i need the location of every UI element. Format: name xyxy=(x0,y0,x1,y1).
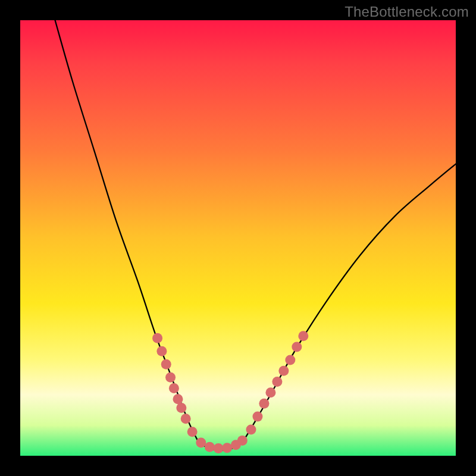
marker-dot xyxy=(237,436,248,446)
curve-right-curve xyxy=(242,164,456,443)
curve-lines xyxy=(55,20,456,450)
marker-dot xyxy=(156,346,167,356)
marker-dot xyxy=(272,377,282,387)
marker-dot xyxy=(298,331,308,341)
marker-dot xyxy=(278,366,289,376)
marker-dot xyxy=(152,333,162,343)
marker-dot xyxy=(181,414,191,424)
marker-dot xyxy=(259,399,269,409)
curve-left-curve xyxy=(55,20,199,443)
marker-dot xyxy=(265,387,275,397)
marker-dot xyxy=(292,342,302,352)
marker-dot xyxy=(169,383,179,393)
outer-frame: TheBottleneck.com xyxy=(0,0,476,476)
marker-dot xyxy=(214,443,224,453)
marker-dot xyxy=(205,442,215,452)
marker-dot xyxy=(176,403,186,413)
marker-dots xyxy=(152,331,308,453)
marker-dot xyxy=(165,372,176,383)
marker-dot xyxy=(161,359,171,369)
marker-dot xyxy=(196,438,206,448)
marker-dot xyxy=(246,425,256,435)
marker-dot xyxy=(252,412,262,422)
chart-svg xyxy=(20,20,456,456)
marker-dot xyxy=(222,443,232,453)
marker-dot xyxy=(187,427,198,437)
plot-area xyxy=(20,20,456,456)
watermark-text: TheBottleneck.com xyxy=(345,4,469,20)
marker-dot xyxy=(173,394,183,404)
marker-dot xyxy=(285,355,295,365)
